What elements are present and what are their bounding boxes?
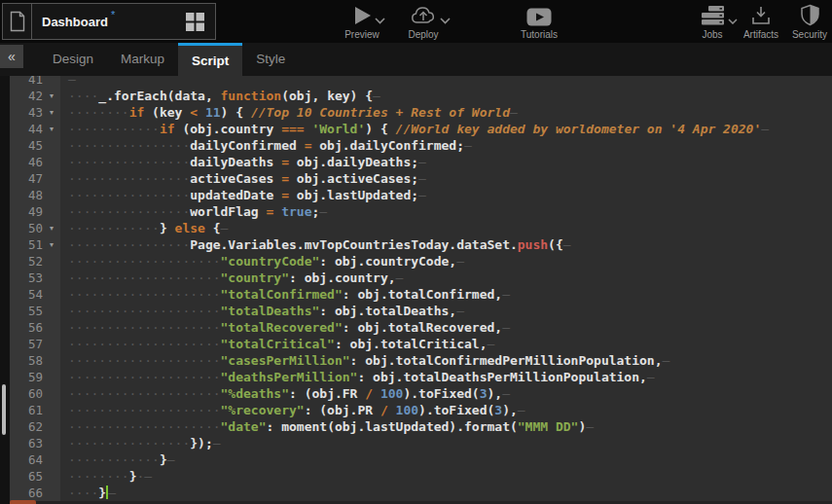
gutter: 65 [10, 468, 60, 485]
fold-spacer [43, 468, 60, 485]
code-text[interactable]: – [60, 76, 832, 88]
code-line[interactable]: 59····················"deathsPerMillion"… [10, 369, 832, 385]
code-text[interactable]: ················dailyDeaths = obj.dailyD… [60, 154, 832, 170]
code-text[interactable]: ············}– [60, 451, 832, 468]
fold-arrow-icon[interactable]: ▾ [43, 236, 60, 253]
code-text[interactable]: ····}– [60, 485, 832, 501]
tutorials-button[interactable]: Tutorials [510, 4, 568, 40]
editor-tab-bar: « Design Markup Script Style [0, 43, 832, 76]
preview-button[interactable]: Preview [339, 4, 385, 40]
gutter: 49 [10, 203, 60, 220]
gutter: 66 [10, 485, 60, 501]
code-text[interactable]: ····_.forEach(data, function(obj, key) {… [60, 88, 832, 104]
code-text[interactable]: ····················"country": obj.count… [60, 270, 832, 286]
code-line[interactable]: 44▾············if (obj.country === 'Worl… [10, 121, 832, 137]
code-line[interactable]: 51▾················Page.Variables.mvTopC… [10, 236, 832, 253]
code-line[interactable]: 65········}·– [10, 468, 832, 485]
code-line[interactable]: 58····················"casesPerMillion":… [10, 352, 832, 369]
chevron-down-icon[interactable] [375, 18, 385, 24]
code-line[interactable]: 49················worldFlag = true;– [10, 203, 832, 220]
code-text[interactable]: ····················"totalDeaths": obj.t… [60, 303, 832, 319]
line-number: 47 [10, 170, 43, 187]
code-text[interactable]: ····················"date": moment(obj.l… [60, 418, 832, 435]
code-area[interactable]: 41–42▾····_.forEach(data, function(obj, … [10, 76, 832, 504]
code-text[interactable]: ················activeCases = obj.active… [60, 170, 832, 187]
code-line[interactable]: 57····················"totalCritical": o… [10, 336, 832, 352]
code-line[interactable]: 56····················"totalRecovered": … [10, 319, 832, 336]
deploy-button[interactable]: Deploy [401, 4, 446, 40]
code-line[interactable]: 42▾····_.forEach(data, function(obj, key… [10, 88, 832, 104]
code-text[interactable]: ················dailyConfirmed = obj.dai… [60, 137, 832, 154]
tab-style[interactable]: Style [242, 43, 299, 76]
script-code-editor[interactable]: 41–42▾····_.forEach(data, function(obj, … [0, 76, 832, 504]
gutter: 42▾ [10, 88, 60, 104]
code-line[interactable]: 52····················"countryCode": obj… [10, 253, 832, 270]
fold-arrow-icon[interactable]: ▾ [43, 104, 60, 121]
code-text[interactable]: ····················"totalCritical": obj… [60, 336, 832, 352]
dashboard-grid-icon[interactable] [185, 12, 205, 32]
fold-spacer [43, 286, 60, 303]
chevron-down-icon[interactable] [440, 18, 451, 24]
fold-spacer [43, 154, 60, 170]
fold-spacer [43, 253, 60, 270]
fold-spacer [43, 485, 60, 501]
code-line[interactable]: 55····················"totalDeaths": obj… [10, 303, 832, 319]
code-line[interactable]: 45················dailyConfirmed = obj.d… [10, 137, 832, 154]
code-text[interactable]: ················updatedDate = obj.lastUp… [60, 187, 832, 203]
code-text[interactable]: ····················"countryCode": obj.c… [60, 253, 832, 270]
deploy-label: Deploy [408, 29, 438, 40]
tab-script[interactable]: Script [178, 43, 242, 76]
code-text[interactable]: ····················"casesPerMillion": o… [60, 352, 832, 369]
code-line[interactable]: 60····················"%deaths": (obj.FR… [10, 385, 832, 402]
code-line[interactable]: 62····················"date": moment(obj… [10, 418, 832, 435]
code-text[interactable]: ····················"deathsPerMillion": … [60, 369, 832, 385]
code-line[interactable]: 46················dailyDeaths = obj.dail… [10, 154, 832, 170]
code-text[interactable]: ············} else {– [60, 220, 832, 236]
fold-spacer [43, 170, 60, 187]
page-tab-dashboard[interactable]: Dashboard * [32, 4, 215, 39]
jobs-button[interactable]: Jobs [692, 4, 733, 40]
line-number: 51 [10, 236, 43, 253]
gutter: 44▾ [10, 121, 60, 137]
code-text[interactable]: ········if (key < 11) { //Top 10 Countri… [60, 104, 832, 121]
fold-arrow-icon[interactable]: ▾ [43, 88, 60, 104]
code-line[interactable]: 54····················"totalConfirmed": … [10, 286, 832, 303]
tab-markup[interactable]: Markup [107, 43, 178, 76]
code-text[interactable]: ····················"%recovery": (obj.PR… [60, 402, 832, 418]
code-text[interactable]: ····················"totalConfirmed": ob… [60, 286, 832, 303]
security-button[interactable]: Security [789, 4, 830, 40]
code-line[interactable]: 50▾············} else {– [10, 220, 832, 236]
chevron-down-icon[interactable] [728, 18, 738, 24]
jobs-label: Jobs [702, 29, 722, 40]
code-text[interactable]: ················Page.Variables.mvTopCoun… [60, 236, 832, 253]
code-line[interactable]: 47················activeCases = obj.acti… [10, 170, 832, 187]
code-line[interactable]: 64············}– [10, 451, 832, 468]
tab-design[interactable]: Design [39, 43, 107, 76]
gutter: 55 [10, 303, 60, 319]
code-text[interactable]: ····················"totalRecovered": ob… [60, 319, 832, 336]
code-text[interactable]: ················worldFlag = true;– [60, 203, 832, 220]
code-text[interactable]: ····················"%deaths": (obj.FR /… [60, 385, 832, 402]
fold-arrow-icon[interactable]: ▾ [43, 220, 60, 236]
code-line[interactable]: 43▾········if (key < 11) { //Top 10 Coun… [10, 104, 832, 121]
artifacts-button[interactable]: Artifacts [741, 4, 781, 40]
code-line[interactable]: 48················updatedDate = obj.last… [10, 187, 832, 203]
collapse-panel-button[interactable]: « [0, 45, 23, 68]
code-line[interactable]: 53····················"country": obj.cou… [10, 270, 832, 286]
code-text[interactable]: ················});– [60, 435, 832, 451]
gutter: 57 [10, 336, 60, 352]
gutter: 48 [10, 187, 60, 203]
code-line[interactable]: 66····}– [10, 485, 832, 501]
code-text[interactable]: ········}·– [60, 468, 832, 485]
file-icon-button[interactable] [3, 4, 32, 39]
fold-arrow-icon[interactable]: ▾ [43, 121, 60, 137]
code-line[interactable]: 63················});– [10, 435, 832, 451]
line-number: 41 [10, 76, 43, 88]
code-text[interactable]: ············if (obj.country === 'World')… [60, 121, 832, 137]
gutter: 58 [10, 352, 60, 369]
code-line[interactable]: 41– [10, 76, 832, 88]
line-number: 43 [10, 104, 43, 121]
code-line[interactable]: 61····················"%recovery": (obj.… [10, 402, 832, 418]
left-scrollbar-thumb[interactable] [2, 384, 6, 435]
line-number: 56 [10, 319, 43, 336]
